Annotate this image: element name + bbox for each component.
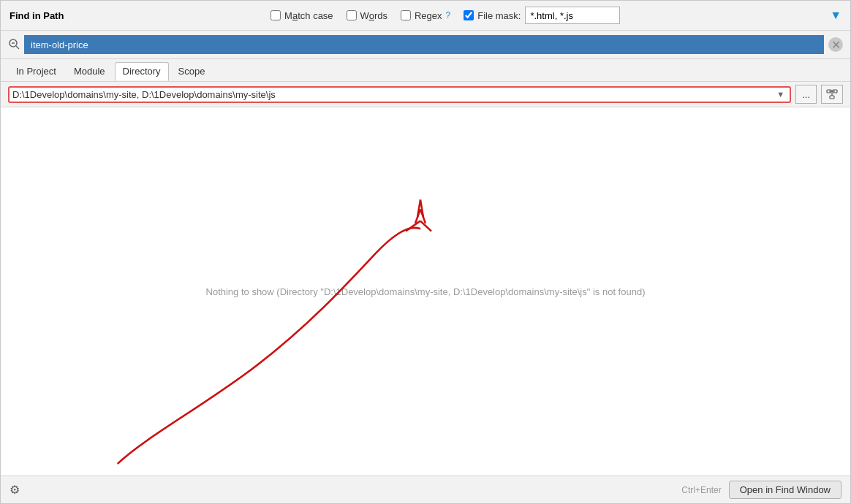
svg-rect-6: [830, 96, 834, 99]
scope-bar: In Project Module Directory Scope: [1, 59, 850, 82]
footer-left: ⚙: [10, 483, 20, 497]
match-case-option[interactable]: Match case: [271, 10, 333, 21]
tab-directory[interactable]: Directory: [115, 62, 169, 81]
file-mask-group: File mask:: [464, 7, 620, 24]
file-mask-label: File mask:: [477, 10, 521, 21]
svg-line-11: [420, 221, 431, 231]
tree-view-button[interactable]: [821, 85, 843, 104]
regex-help-link[interactable]: ?: [446, 10, 451, 20]
clear-search-button[interactable]: ✕: [828, 37, 843, 52]
words-label: Words: [360, 10, 387, 21]
svg-line-14: [417, 200, 420, 218]
find-in-path-panel: Find in Path Match case Words Regex ?: [0, 0, 851, 504]
directory-dropdown-icon[interactable]: ▼: [774, 90, 787, 99]
browse-button[interactable]: ...: [795, 85, 817, 104]
directory-input-wrap: ▼: [8, 86, 791, 103]
open-in-find-window-button[interactable]: Open in Find Window: [729, 481, 841, 499]
directory-row: ▼ ...: [1, 82, 850, 107]
footer: ⚙ Ctrl+Enter Open in Find Window: [1, 476, 850, 503]
words-option[interactable]: Words: [347, 10, 387, 21]
svg-line-12: [415, 209, 420, 223]
filter-icon[interactable]: ▼: [830, 9, 841, 22]
header-options: Match case Words Regex ? File mask:: [75, 7, 815, 24]
file-mask-checkbox[interactable]: [464, 10, 474, 20]
match-case-checkbox[interactable]: [271, 10, 281, 20]
directory-input[interactable]: [12, 89, 774, 100]
settings-icon[interactable]: ⚙: [10, 483, 20, 497]
tab-in-project[interactable]: In Project: [8, 62, 64, 81]
file-mask-input[interactable]: [525, 7, 620, 24]
nothing-message: Nothing to show (Directory "D:\1Develop\…: [86, 286, 765, 297]
main-content: Nothing to show (Directory "D:\1Develop\…: [1, 107, 850, 476]
svg-line-13: [420, 209, 426, 223]
tab-scope[interactable]: Scope: [170, 62, 213, 81]
match-case-label: Match case: [284, 10, 333, 21]
search-input[interactable]: [24, 35, 824, 54]
panel-title: Find in Path: [10, 10, 64, 21]
svg-line-1: [16, 46, 19, 49]
words-checkbox[interactable]: [347, 10, 357, 20]
regex-option[interactable]: Regex ?: [401, 10, 450, 21]
file-mask-option[interactable]: File mask:: [464, 10, 521, 21]
regex-checkbox[interactable]: [401, 10, 411, 20]
svg-line-15: [420, 200, 423, 218]
regex-label: Regex: [415, 10, 442, 21]
svg-line-10: [406, 221, 420, 231]
tab-module[interactable]: Module: [66, 62, 113, 81]
header-bar: Find in Path Match case Words Regex ?: [1, 1, 850, 31]
footer-right: Ctrl+Enter Open in Find Window: [681, 481, 841, 499]
search-icon: [8, 38, 20, 52]
search-bar: ✕: [1, 31, 850, 59]
shortcut-hint: Ctrl+Enter: [681, 485, 721, 495]
